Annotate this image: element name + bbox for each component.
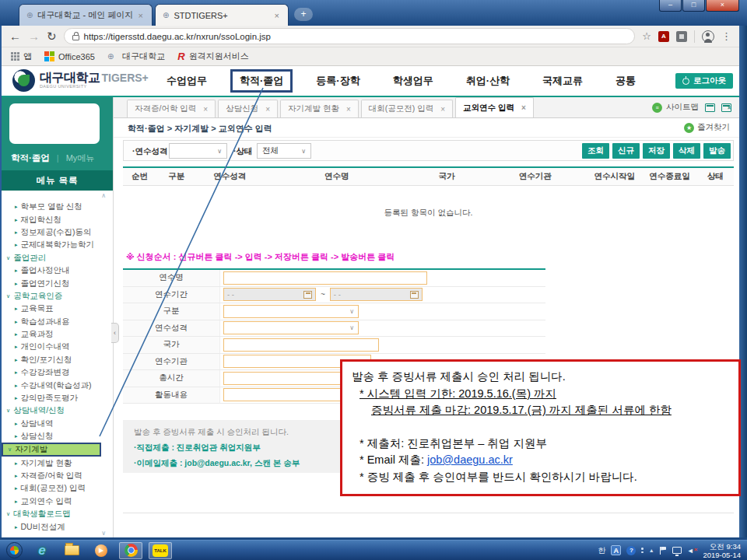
- action-button[interactable]: 조회: [582, 143, 609, 159]
- forward-icon[interactable]: →: [28, 30, 40, 42]
- workspace-tab[interactable]: 자격증/어학 입력 ×: [127, 100, 216, 117]
- sidebar-tab-academic[interactable]: 학적·졸업: [11, 152, 50, 164]
- media-player-icon[interactable]: ▶: [89, 542, 113, 559]
- nature-select[interactable]: ∨: [223, 321, 359, 334]
- tab-close-icon[interactable]: ×: [521, 103, 526, 112]
- workspace-tab[interactable]: 자기계발 현황 ×: [280, 100, 359, 117]
- university-logo[interactable]: 대구대학교TIGERS+ DAEGU UNIVERSITY: [12, 69, 149, 92]
- tab-close-icon[interactable]: ×: [137, 11, 145, 20]
- sidebar-tab-mymenu[interactable]: My메뉴: [66, 152, 95, 164]
- tab-close-icon[interactable]: ×: [346, 105, 351, 114]
- tray-expand-icon[interactable]: ▲: [649, 548, 654, 553]
- sidebar-menu-item[interactable]: ▸ ∨ 확인/포기신청: [2, 354, 113, 366]
- chevron-up-icon[interactable]: ∧: [101, 192, 106, 199]
- sidebar-menu-item[interactable]: ▸ ∨ DU비전설계: [2, 520, 113, 533]
- country-input[interactable]: [223, 338, 379, 352]
- sidebar-menu-item[interactable]: ▸ ∨ 교육목표: [2, 303, 113, 315]
- sidebar-menu-item[interactable]: ▸ ∨ 상담내역/신청: [2, 404, 113, 417]
- url-text[interactable]: https://tigersstd.daegu.ac.kr/nxrun/ssoL…: [84, 32, 271, 41]
- main-nav-item[interactable]: 등록·장학: [316, 74, 359, 88]
- sidebar-menu-item[interactable]: ▸ ∨ 자격증/어학 입력: [2, 470, 113, 482]
- sidebar-menu-item[interactable]: ▸ ∨ 수강내역(학습성과): [2, 379, 113, 391]
- sidebar-menu-item[interactable]: ▸ ∨ 학부모 열람 신청: [2, 201, 113, 213]
- category-select[interactable]: ∨: [223, 305, 359, 318]
- training-name-input[interactable]: [223, 271, 427, 285]
- file-explorer-icon[interactable]: [60, 542, 83, 559]
- sidebar-menu-item[interactable]: ▸ ∨ 교외연수 입력: [2, 495, 113, 508]
- bookmark-star-icon[interactable]: ☆: [642, 30, 651, 42]
- sidebar-menu-item[interactable]: ▸ ∨ 자기계발 현황: [2, 457, 113, 469]
- sidebar-menu-item[interactable]: ▸ ∨ 강의만족도평가: [2, 392, 113, 404]
- bookmark-office365[interactable]: Office365: [44, 51, 95, 61]
- calendar-icon[interactable]: [410, 291, 419, 299]
- workspace-tab[interactable]: 대회(공모전) 입력 ×: [361, 100, 453, 117]
- tab-close-icon[interactable]: ×: [203, 105, 208, 114]
- sidebar-menu-item[interactable]: ▸ ∨ 상담내역: [2, 418, 113, 430]
- bookmark-university[interactable]: ⊕ 대구대학교: [107, 51, 165, 62]
- start-button[interactable]: [6, 542, 23, 558]
- ime-korean-indicator[interactable]: 한: [598, 545, 605, 556]
- display-icon[interactable]: [672, 547, 682, 554]
- ime-english-indicator[interactable]: A: [611, 545, 621, 555]
- profile-icon[interactable]: [702, 30, 714, 43]
- main-nav-item[interactable]: 학생업무: [393, 74, 433, 88]
- logout-button[interactable]: 로그아웃: [675, 73, 733, 89]
- sidebar-menu-item[interactable]: ▸ ∨ 대회(공모전) 입력: [2, 482, 113, 495]
- sidebar-menu-item[interactable]: ▸ ∨ 학습성과내용: [2, 316, 113, 328]
- main-nav-item[interactable]: 수업업무: [167, 74, 207, 88]
- end-date-input[interactable]: - -: [330, 288, 423, 301]
- menu-dots-icon[interactable]: ⋮: [721, 30, 731, 42]
- internet-explorer-icon[interactable]: e: [30, 542, 54, 559]
- sidebar-menu-item[interactable]: ▸ ∨ 졸업연기신청: [2, 277, 113, 289]
- sidebar-menu-item[interactable]: ▸ ∨ 대학생활로드맵: [2, 508, 113, 520]
- help-icon[interactable]: ?: [626, 546, 636, 555]
- sidebar-menu-item[interactable]: ▸ ∨ 재입학신청: [2, 213, 113, 226]
- close-button[interactable]: ×: [706, 0, 739, 12]
- back-icon[interactable]: ←: [9, 30, 21, 42]
- status-select[interactable]: 전체 ∨: [257, 143, 311, 159]
- open-window-icon[interactable]: [705, 103, 715, 112]
- close-all-windows-icon[interactable]: [721, 103, 731, 112]
- action-button[interactable]: 신규: [612, 143, 640, 159]
- main-nav-item[interactable]: 국제교류: [542, 74, 583, 88]
- start-date-input[interactable]: - -: [223, 288, 316, 301]
- sidebar-menu-item[interactable]: ▸ ∨ 수강강좌변경: [2, 366, 113, 379]
- add-favorite-button[interactable]: ★ 즐겨찾기: [684, 122, 730, 133]
- apps-bookmark[interactable]: 앱: [11, 51, 32, 62]
- sidebar-menu-item[interactable]: ▸ ∨ 교육과정: [2, 328, 113, 341]
- main-nav-item[interactable]: 학적·졸업: [230, 69, 293, 93]
- email-link[interactable]: job@daegu.ac.kr: [427, 453, 513, 466]
- url-box[interactable]: https://tigersstd.daegu.ac.kr/nxrun/ssoL…: [64, 28, 636, 44]
- sidebar-menu-item[interactable]: ▸ ∨ 군제대복학가능학기: [2, 239, 113, 251]
- sidebar-menu-item[interactable]: ▸ ∨ 정보제공(수집)동의: [2, 226, 113, 239]
- sitemap-link[interactable]: ≡ 사이트맵: [652, 102, 731, 113]
- extension-icon[interactable]: [676, 31, 687, 42]
- calendar-icon[interactable]: [303, 291, 312, 299]
- new-tab-button[interactable]: +: [294, 8, 313, 21]
- sidebar-menu-item[interactable]: ▸ ∨ 졸업관리: [2, 252, 113, 264]
- volume-muted-icon[interactable]: ◄×: [687, 547, 698, 555]
- tab-close-icon[interactable]: ×: [273, 11, 281, 20]
- training-nature-select[interactable]: ∨: [169, 143, 227, 159]
- sidebar-menu-item[interactable]: ▸ ∨ 자기계발: [2, 443, 101, 457]
- pdf-extension-icon[interactable]: A: [658, 31, 669, 42]
- action-button[interactable]: 삭제: [673, 143, 700, 159]
- sidebar-menu-item[interactable]: ▸ ∨ 졸업사정안내: [2, 264, 113, 277]
- sidebar-menu-item[interactable]: ▸ ∨ 개인이수내역: [2, 341, 113, 353]
- main-nav-item[interactable]: 공통: [615, 74, 636, 88]
- taskbar-clock[interactable]: 오전 9:34 2019-05-14: [703, 542, 741, 559]
- sidebar-collapse-handle[interactable]: ‹: [111, 323, 119, 343]
- sidebar-menu-item[interactable]: ▸ ∨ 공학교육인증: [2, 290, 113, 303]
- action-center-flag-icon[interactable]: [660, 547, 667, 555]
- chrome-taskbar-icon[interactable]: [119, 542, 142, 559]
- minimize-button[interactable]: –: [659, 0, 682, 12]
- tab-close-icon[interactable]: ×: [265, 105, 270, 114]
- chevron-down-icon[interactable]: ∨: [101, 530, 106, 537]
- sidebar-menu-item[interactable]: ▸ ∨ 상담신청: [2, 430, 113, 443]
- kakaotalk-taskbar-icon[interactable]: TALK: [149, 542, 172, 559]
- maximize-button[interactable]: □: [682, 0, 705, 12]
- workspace-tab[interactable]: 교외연수 입력 ×: [455, 97, 534, 117]
- tab-close-icon[interactable]: ×: [440, 105, 445, 114]
- workspace-tab[interactable]: 상담신청 ×: [218, 100, 278, 117]
- action-button[interactable]: 발송: [703, 143, 731, 159]
